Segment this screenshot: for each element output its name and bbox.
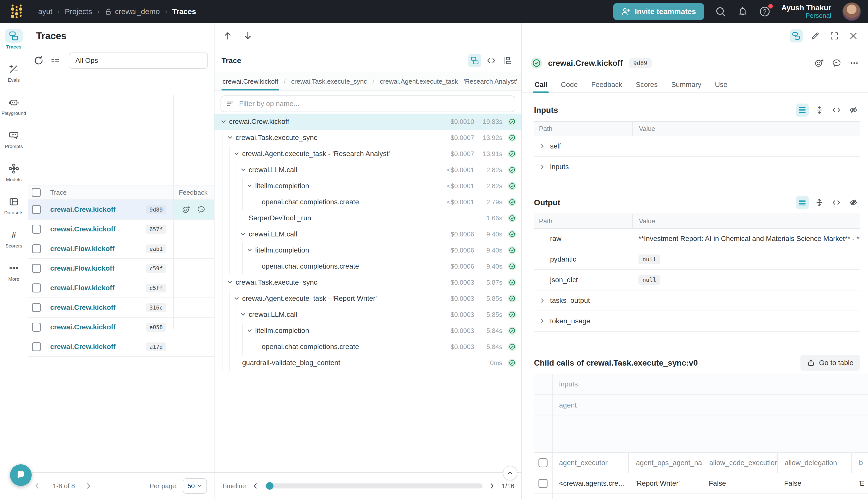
trace-tree-row[interactable]: litellm.completion$0.00035.84s <box>214 322 521 339</box>
expand-chevron-icon[interactable] <box>539 298 546 303</box>
more-menu-icon[interactable] <box>850 58 859 68</box>
refresh-icon[interactable] <box>34 56 44 65</box>
trace-table-row[interactable]: crewai.Flow.kickoffeab1 <box>28 239 214 259</box>
row-checkbox[interactable] <box>32 205 41 214</box>
child-call-row[interactable]: <crewai.agents.cre...'Report Writer'Fals… <box>534 473 868 494</box>
trace-table-row[interactable]: crewai.Crew.kickoff657f <box>28 220 214 239</box>
tab-summary[interactable]: Summary <box>671 77 701 93</box>
trace-tree-row[interactable]: crewai.LLM.call$0.00069.40s <box>214 226 521 242</box>
breadcrumb-entity[interactable]: ayut <box>38 7 52 16</box>
tab-use[interactable]: Use <box>715 77 727 93</box>
trace-tree-row[interactable]: crewai.Agent.execute_task - 'Report Writ… <box>214 291 521 306</box>
kv-row[interactable]: self <box>534 136 860 157</box>
ops-filter-select[interactable]: All Ops <box>69 52 208 69</box>
trace-table-row[interactable]: crewai.Flow.kickoffc59f <box>28 259 214 278</box>
trace-tree-row[interactable]: crewai.LLM.call<$0.00012.82s <box>214 162 521 178</box>
expand-chevron-icon[interactable] <box>233 294 240 303</box>
select-all-checkbox[interactable] <box>538 458 547 467</box>
expand-chevron-icon[interactable] <box>239 230 247 238</box>
expand-chevron-icon[interactable] <box>246 327 254 335</box>
tab-call[interactable]: Call <box>534 77 547 93</box>
support-chat-button[interactable] <box>10 464 32 486</box>
expand-chevron-icon[interactable] <box>226 134 234 142</box>
arrow-up-icon[interactable] <box>223 31 233 41</box>
trace-tab-task-execute[interactable]: crewai.Task.execute_sync <box>290 72 368 90</box>
row-checkbox[interactable] <box>32 322 41 332</box>
sidebar-item-more[interactable]: More <box>0 261 28 284</box>
fullscreen-icon[interactable] <box>828 29 841 42</box>
kv-row[interactable]: inputs <box>534 157 860 178</box>
notifications-bell-icon[interactable] <box>737 6 748 17</box>
comment-icon[interactable] <box>197 205 206 214</box>
invite-teammates-button[interactable]: Invite teammates <box>613 3 704 20</box>
tab-feedback[interactable]: Feedback <box>591 77 622 93</box>
trace-table-row[interactable]: crewai.Flow.kickoffc5ff <box>28 278 214 298</box>
comment-icon[interactable] <box>832 58 841 68</box>
kv-row[interactable]: pydanticnull <box>534 249 860 270</box>
breadcrumb-projects[interactable]: Projects <box>65 7 92 16</box>
sidebar-item-scorers[interactable]: # Scorers <box>0 228 28 251</box>
sidebar-item-prompts[interactable]: Prompts <box>0 129 28 152</box>
feedback-column-header[interactable]: Feedback <box>173 189 214 196</box>
expand-chevron-icon[interactable] <box>220 118 227 126</box>
kv-row[interactable]: json_dictnull <box>534 270 860 291</box>
trace-table-row[interactable]: crewai.Crew.kickoffa17d <box>28 337 214 357</box>
user-menu[interactable]: Ayush Thakur Personal <box>781 3 831 20</box>
column-header-agent_executor[interactable]: agent_executor <box>552 453 629 473</box>
next-page-icon[interactable] <box>83 480 94 491</box>
search-icon[interactable] <box>715 6 726 17</box>
sidebar-item-traces[interactable]: Traces <box>0 29 28 52</box>
wandb-logo-icon[interactable] <box>10 3 23 20</box>
trace-tree-row[interactable]: openai.chat.completions.create$0.00035.8… <box>214 339 521 355</box>
trace-tree-row[interactable]: crewai.Agent.execute_task - 'Research An… <box>214 146 521 162</box>
tree-view-toggle[interactable] <box>790 29 803 42</box>
expand-chevron-icon[interactable] <box>539 144 546 149</box>
trace-tree-row[interactable]: openai.chat.completions.create<$0.00012.… <box>214 194 521 210</box>
expand-chevron-icon[interactable] <box>239 311 247 319</box>
add-reaction-icon[interactable] <box>182 205 190 214</box>
close-icon[interactable] <box>847 29 860 42</box>
trace-op-link[interactable]: crewai.Flow.kickoff <box>50 284 114 292</box>
list-view-icon[interactable] <box>796 104 809 117</box>
trace-tree-row[interactable]: SerperDevTool._run1.66s <box>214 210 521 226</box>
trace-tree-row[interactable]: litellm.completion$0.00069.40s <box>214 242 521 258</box>
sidebar-item-datasets[interactable]: Datasets <box>0 195 28 218</box>
trace-tab-crew-kickoff[interactable]: crewai.Crew.kickoff <box>222 72 279 90</box>
help-icon[interactable]: ? <box>759 6 770 17</box>
trace-table-row[interactable]: crewai.Crew.kickoff316c <box>28 298 214 318</box>
row-checkbox[interactable] <box>538 479 547 488</box>
trace-op-link[interactable]: crewai.Flow.kickoff <box>50 264 114 272</box>
trace-op-link[interactable]: crewai.Crew.kickoff <box>50 323 115 331</box>
row-checkbox[interactable] <box>32 303 41 312</box>
sidebar-item-evals[interactable]: Evals <box>0 62 28 85</box>
trace-tree-row[interactable]: crewai.Task.execute_sync$0.000713.92s <box>214 130 521 146</box>
expand-chevron-icon[interactable] <box>246 182 254 190</box>
avatar[interactable] <box>842 2 861 21</box>
timeline-next-icon[interactable] <box>488 483 496 489</box>
expand-chevron-icon[interactable] <box>226 278 234 287</box>
expand-chevron-icon[interactable] <box>539 318 546 324</box>
tab-scores[interactable]: Scores <box>636 77 658 93</box>
tab-code[interactable]: Code <box>561 77 578 93</box>
column-header-b[interactable]: b <box>852 453 868 473</box>
column-settings-icon[interactable] <box>50 56 60 65</box>
timeline-slider[interactable] <box>265 484 483 488</box>
expand-chevron-icon[interactable] <box>239 166 247 174</box>
trace-tree-row[interactable]: guardrail-validate_blog_content0ms <box>214 355 521 371</box>
row-checkbox[interactable] <box>32 342 41 351</box>
kv-row[interactable]: token_usage <box>534 311 860 332</box>
op-name-filter-input[interactable] <box>238 99 510 108</box>
row-checkbox[interactable] <box>32 264 41 273</box>
breadcrumb-project[interactable]: crewai_demo <box>104 7 160 16</box>
child-call-row[interactable]: <crewai.agents.cre...'Research Analyst'F… <box>534 494 868 499</box>
code-view-icon[interactable] <box>830 104 843 117</box>
flame-graph-toggle[interactable] <box>501 54 514 67</box>
hide-values-icon[interactable] <box>847 196 860 209</box>
call-id-badge[interactable]: 9d89 <box>629 58 652 68</box>
tree-view-toggle[interactable] <box>468 54 481 67</box>
expand-chevron-icon[interactable] <box>246 246 254 254</box>
trace-table-row[interactable]: crewai.Crew.kickoffe058 <box>28 318 214 337</box>
arrow-down-icon[interactable] <box>243 31 253 41</box>
trace-tab-agent-execute[interactable]: crewai.Agent.execute_task - 'Research An… <box>379 72 518 90</box>
edit-pencil-icon[interactable] <box>809 29 822 42</box>
